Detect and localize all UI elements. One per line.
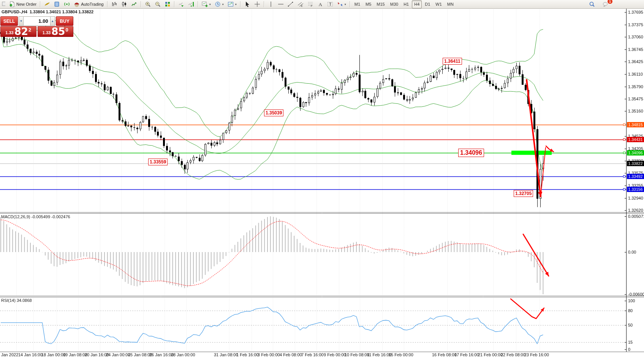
tf-mn-button[interactable]: MN [445,0,456,8]
data-window-icon [54,1,60,7]
fibonacci-tool-button[interactable]: F [306,0,315,8]
arrows-tool-button[interactable]: ▾ [335,0,348,8]
tf-m15-button[interactable]: M15 [374,0,387,8]
chart-shift-icon [188,1,194,7]
cursor-icon [244,1,250,7]
autotrading-button[interactable]: AutoTrading [72,0,105,8]
arrows-icon [337,1,343,7]
toolbar-separator [40,1,41,7]
grid-plus-icon [2,1,5,7]
docked-panel-icon[interactable] [0,0,7,8]
buy-button[interactable]: BUY [56,16,73,26]
toolbar-separator [141,1,141,7]
hline-icon [278,1,284,7]
fibo-icon: F [307,1,313,7]
new-chart-button[interactable]: ▾ [200,0,212,8]
text-a-icon: A [317,1,323,7]
one-click-trade-panel: SELL ▼ ▲ BUY 1.33 82 2 1.33 85 0 [0,16,73,37]
sell-price-box[interactable]: 1.33 82 2 [0,26,36,37]
data-window-button[interactable] [52,0,62,8]
chevron-down-icon: ▾ [345,3,346,6]
volume-input[interactable] [24,16,50,26]
svg-text:E: E [301,5,303,7]
toolbar-separator [350,1,350,7]
tf-h1-button[interactable]: H1 [401,0,411,8]
tile-windows-button[interactable] [163,0,172,8]
vline-icon [268,1,274,7]
buy-price-sup: 0 [65,27,68,33]
buy-price-prefix: 1.33 [43,30,51,35]
toolbar-separator [107,1,108,7]
chevron-down-icon: ▾ [235,3,237,6]
market-watch-button[interactable] [43,0,52,8]
toolbar-separator [198,1,198,7]
tf-m30-button[interactable]: M30 [388,0,400,8]
tf-h4-button[interactable]: H4 [412,0,422,8]
svg-text:A: A [318,2,322,7]
notification-badge: 1 [607,0,613,4]
tf-m1-button[interactable]: M1 [352,0,362,8]
toolbar-separator [174,1,175,7]
toolbar: New OrderAutoTrading▾▾▾EFAT▾M1M5M15M30H1… [0,0,644,9]
auto-scroll-icon [178,1,184,7]
zoom-out-button[interactable] [153,0,162,8]
profiles-button[interactable]: ▾ [213,0,225,8]
candle-chart-icon [121,1,127,7]
sell-button[interactable]: SELL [0,16,18,26]
line-chart-icon [131,1,137,7]
crosshair-icon [254,1,260,7]
zoom-in-button[interactable] [143,0,152,8]
vertical-line-tool-button[interactable] [266,0,275,8]
trendline-icon [288,1,294,7]
chevron-down-icon: ▾ [209,3,211,6]
new-order-button[interactable]: New Order [8,0,38,8]
crosshair-tool-button[interactable] [253,0,262,8]
toolbar-right: 1 [587,0,611,8]
auto-scroll-button[interactable] [177,0,186,8]
bar-chart-button[interactable] [110,0,119,8]
svg-text:T: T [329,2,332,6]
buy-price-big: 85 [51,27,65,36]
volume-increase-button[interactable]: ▲ [50,16,55,26]
text-tool-button[interactable]: A [316,0,325,8]
profiles-icon [215,1,221,7]
notifications-button[interactable]: 1 [601,0,610,8]
channel-icon: E [297,1,304,7]
toolbar-separator [264,1,264,7]
tf-w1-button[interactable]: W1 [433,0,444,8]
signal-icon [64,1,70,7]
candlestick-chart-button[interactable] [120,0,129,8]
tf-m5-button[interactable]: M5 [363,0,373,8]
buy-price-box[interactable]: 1.33 85 0 [38,26,74,37]
cursor-tool-button[interactable] [243,0,252,8]
tf-d1-button[interactable]: D1 [422,0,432,8]
sell-price-prefix: 1.33 [5,30,13,35]
templates-button[interactable]: ▾ [226,0,238,8]
new-order-icon [9,1,15,7]
toolbar-left: New OrderAutoTrading▾▾▾EFAT▾M1M5M15M30H1… [0,0,456,8]
chart-shift-button[interactable] [187,0,196,8]
sell-price-big: 82 [14,27,28,36]
market-watch-icon [44,1,50,7]
line-chart-button[interactable] [130,0,139,8]
search-button[interactable] [587,0,597,8]
zoom-in-icon [145,1,151,7]
text-label-tool-button[interactable]: T [326,0,335,8]
templates-icon [228,1,234,7]
new-chart-icon [202,1,208,7]
search-icon [589,1,595,7]
autotrading-button-label: AutoTrading [81,2,104,6]
equidistant-channel-tool-button[interactable]: E [296,0,305,8]
trendline-tool-button[interactable] [286,0,295,8]
horizontal-line-tool-button[interactable] [276,0,285,8]
tile-windows-icon [165,1,171,7]
chart-canvas[interactable] [0,0,644,357]
volume-decrease-button[interactable]: ▼ [19,16,24,26]
sell-price-sup: 2 [28,27,31,33]
signals-button[interactable] [62,0,71,8]
chevron-down-icon: ▾ [222,3,224,6]
svg-text:F: F [311,5,312,7]
new-order-button-label: New Order [16,2,36,6]
mt4-window: New OrderAutoTrading▾▾▾EFAT▾M1M5M15M30H1… [0,0,644,357]
autotrading-icon [74,1,80,7]
